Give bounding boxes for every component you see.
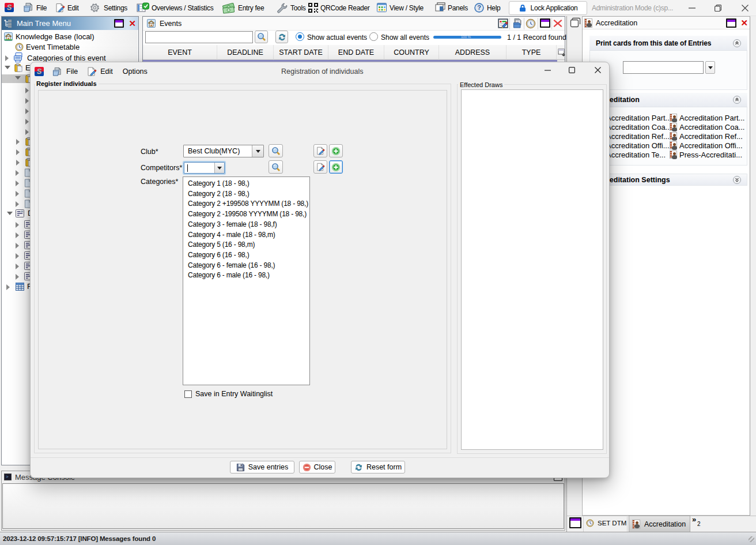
svg-text:?: ? xyxy=(477,4,481,11)
